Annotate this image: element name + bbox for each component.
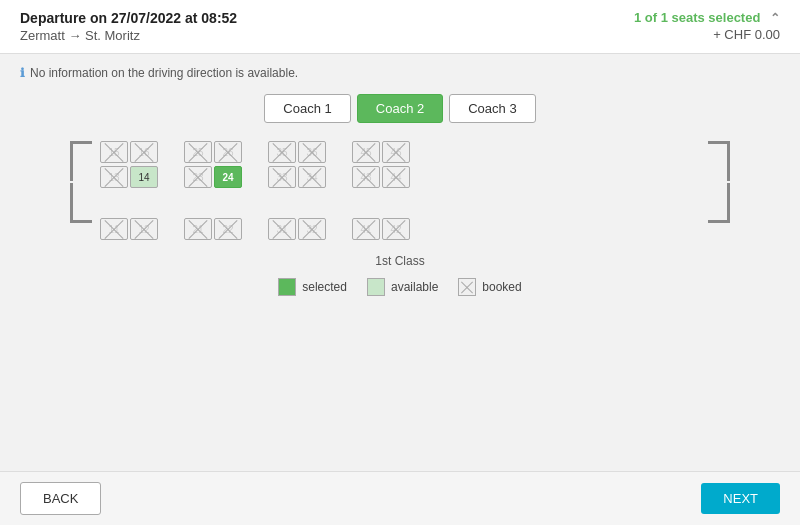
- legend-available: available: [367, 278, 438, 296]
- legend-booked-box: [458, 278, 476, 296]
- footer: BACK NEXT: [0, 471, 800, 525]
- back-button[interactable]: BACK: [20, 482, 101, 515]
- legend: selected available booked: [278, 278, 521, 296]
- seat-21[interactable]: 21: [184, 218, 212, 240]
- seat-26[interactable]: 26: [214, 141, 242, 163]
- info-message: No information on the driving direction …: [30, 66, 298, 80]
- group-10: 21 22: [184, 218, 242, 240]
- seat-24[interactable]: 24: [214, 166, 242, 188]
- seat-35[interactable]: 35: [268, 141, 296, 163]
- group-11: 31 32: [268, 218, 326, 240]
- legend-selected-box: [278, 278, 296, 296]
- bracket-top-right: [708, 141, 730, 181]
- seat-15[interactable]: 15: [100, 141, 128, 163]
- aisle-gap: [100, 200, 700, 214]
- seat-rows: 15 16 25 26 35 36: [100, 141, 700, 248]
- header: Departure on 27/07/2022 at 08:52 Zermatt…: [0, 0, 800, 54]
- legend-selected: selected: [278, 278, 347, 296]
- bracket-bottom-right: [708, 183, 730, 223]
- group-12: 41 42: [352, 218, 410, 240]
- group-2: 25 26: [184, 141, 242, 163]
- seat-16[interactable]: 16: [130, 141, 158, 163]
- coach-tab-1[interactable]: Coach 1: [264, 94, 350, 123]
- group-9: 11 12: [100, 218, 158, 240]
- legend-booked: booked: [458, 278, 521, 296]
- group-1: 15 16: [100, 141, 158, 163]
- seat-14[interactable]: 14: [130, 166, 158, 188]
- group-6: 23 24: [184, 166, 242, 188]
- legend-available-label: available: [391, 280, 438, 294]
- seat-25[interactable]: 25: [184, 141, 212, 163]
- next-button[interactable]: NEXT: [701, 483, 780, 514]
- bracket-top-left: [70, 141, 92, 181]
- seat-42[interactable]: 42: [382, 218, 410, 240]
- departure-title: Departure on 27/07/2022 at 08:52: [20, 10, 237, 26]
- main-content: ℹ No information on the driving directio…: [0, 54, 800, 471]
- seat-46[interactable]: 46: [382, 141, 410, 163]
- group-8: 43 44: [352, 166, 410, 188]
- seat-41[interactable]: 41: [352, 218, 380, 240]
- legend-booked-label: booked: [482, 280, 521, 294]
- seat-23[interactable]: 23: [184, 166, 212, 188]
- group-5: 13 14: [100, 166, 158, 188]
- group-3: 35 36: [268, 141, 326, 163]
- top-section: 15 16 25 26 35 36: [100, 141, 700, 188]
- chevron-up-icon[interactable]: ⌃: [770, 11, 780, 25]
- seat-map-container: 15 16 25 26 35 36: [20, 141, 780, 459]
- seat-31[interactable]: 31: [268, 218, 296, 240]
- seat-map: 15 16 25 26 35 36: [70, 141, 730, 268]
- info-bar: ℹ No information on the driving directio…: [20, 66, 780, 80]
- seat-row-bottom-1: 11 12 21 22 31 32: [100, 218, 700, 240]
- route-label: Zermatt → St. Moritz: [20, 28, 237, 43]
- seat-44[interactable]: 44: [382, 166, 410, 188]
- price-label: + CHF 0.00: [634, 27, 780, 42]
- legend-selected-label: selected: [302, 280, 347, 294]
- group-7: 33 34: [268, 166, 326, 188]
- seat-32[interactable]: 32: [298, 218, 326, 240]
- seat-34[interactable]: 34: [298, 166, 326, 188]
- bottom-section: 11 12 21 22 31 32: [100, 218, 700, 240]
- seat-row-top-2: 13 14 23 24 33 34: [100, 166, 700, 188]
- seat-11[interactable]: 11: [100, 218, 128, 240]
- seat-12[interactable]: 12: [130, 218, 158, 240]
- seat-45[interactable]: 45: [352, 141, 380, 163]
- coach-tabs: Coach 1 Coach 2 Coach 3: [20, 94, 780, 123]
- seat-13[interactable]: 13: [100, 166, 128, 188]
- coach-tab-3[interactable]: Coach 3: [449, 94, 535, 123]
- seat-row-top-1: 15 16 25 26 35 36: [100, 141, 700, 163]
- class-label: 1st Class: [70, 254, 730, 268]
- seat-33[interactable]: 33: [268, 166, 296, 188]
- bracket-bottom-left: [70, 183, 92, 223]
- seat-22[interactable]: 22: [214, 218, 242, 240]
- info-icon: ℹ: [20, 66, 25, 80]
- coach-tab-2[interactable]: Coach 2: [357, 94, 443, 123]
- legend-available-box: [367, 278, 385, 296]
- header-right: 1 of 1 seats selected ⌃ + CHF 0.00: [634, 10, 780, 42]
- seat-43[interactable]: 43: [352, 166, 380, 188]
- seat-36[interactable]: 36: [298, 141, 326, 163]
- header-left: Departure on 27/07/2022 at 08:52 Zermatt…: [20, 10, 237, 43]
- seats-selected-label: 1 of 1 seats selected ⌃: [634, 10, 780, 25]
- group-4: 45 46: [352, 141, 410, 163]
